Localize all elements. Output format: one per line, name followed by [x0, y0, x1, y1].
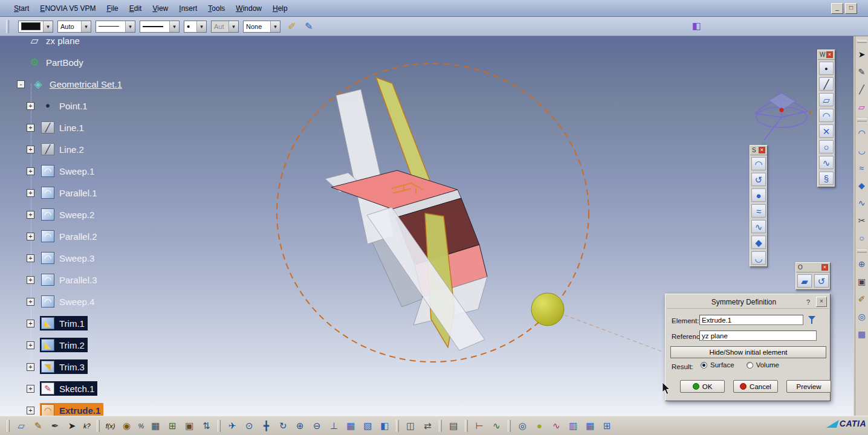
menu-item[interactable]: Insert	[173, 2, 202, 14]
sphere-preview-icon[interactable]: ●	[532, 419, 546, 433]
menu-item[interactable]: Tools	[202, 2, 230, 14]
preview-button[interactable]: Preview	[786, 380, 831, 393]
design-table-icon[interactable]: ▦	[148, 419, 163, 433]
offset-surface-icon[interactable]: ≈	[751, 204, 766, 218]
chevron-down-icon[interactable]: ▾	[228, 21, 238, 32]
element-field-icon[interactable]	[806, 314, 817, 325]
paint-properties-icon[interactable]: ✐	[285, 19, 299, 34]
measure-ratio-icon[interactable]: %	[137, 419, 146, 433]
tree-expander[interactable]: +	[27, 233, 34, 240]
fill-surface-icon[interactable]: ◆	[856, 179, 868, 192]
swap-visible-space-icon[interactable]: ⇄	[420, 419, 435, 433]
restore-button[interactable]: □	[845, 3, 857, 14]
tree-expander[interactable]: +	[27, 146, 34, 153]
tree-item[interactable]: + ◣ Trim.2	[11, 334, 162, 356]
3d-compass[interactable]: x y z	[747, 87, 815, 152]
work-grid-icon[interactable]: ▦	[856, 328, 868, 340]
tree-item[interactable]: ⚙ PartBody	[11, 51, 162, 73]
tree-expander[interactable]: +	[27, 407, 34, 414]
tree-item[interactable]: + ◥ Trim.3	[11, 356, 162, 378]
hide-show-initial-element-button[interactable]: Hide/Show initial element	[670, 346, 826, 358]
swap-orientation-icon[interactable]: ↺	[814, 274, 829, 288]
tree-item[interactable]: + ◠ Sweep.1	[11, 160, 162, 182]
graphic-color-combo[interactable]: ▾	[18, 21, 53, 33]
tree-expander[interactable]: +	[27, 341, 34, 349]
loft-surface-icon[interactable]: ◡	[856, 144, 868, 156]
quick-view-icon[interactable]: ▦	[343, 419, 358, 433]
isometric-view-icon[interactable]: ▧	[360, 419, 375, 433]
tree-expander[interactable]: +	[27, 189, 34, 197]
menu-item[interactable]: Edit	[124, 2, 147, 14]
radio-icon[interactable]	[701, 362, 707, 369]
revolve-surface-icon[interactable]: ↺	[751, 173, 766, 186]
chevron-down-icon[interactable]: ▾	[81, 21, 91, 32]
zoom-in-icon[interactable]: ⊕	[293, 419, 307, 433]
join-tool-icon[interactable]: ⊕	[856, 258, 868, 270]
fit-all-in-icon[interactable]: ⊙	[242, 419, 256, 433]
menu-item[interactable]: File	[101, 2, 123, 14]
close-icon[interactable]: ×	[826, 51, 833, 58]
knowledge-fx-icon[interactable]: f(x)	[104, 419, 117, 433]
close-icon[interactable]: ×	[821, 264, 828, 271]
tree-item[interactable]: + ◠ Extrude.1	[11, 399, 162, 416]
dialog-help-button[interactable]: ?	[804, 298, 812, 306]
chevron-down-icon[interactable]: ▾	[43, 21, 53, 32]
minimize-button[interactable]: _	[831, 3, 843, 14]
tree-expander[interactable]: +	[27, 363, 34, 371]
tree-expander[interactable]: +	[27, 167, 34, 175]
grid-c-icon[interactable]: ⊞	[600, 419, 614, 433]
rotate-icon[interactable]: ↻	[276, 419, 290, 433]
fly-mode-icon[interactable]: ✈	[225, 419, 239, 433]
sphere-surface-icon[interactable]: ●	[751, 188, 766, 202]
tree-item[interactable]: + ◣ Trim.1	[11, 312, 162, 334]
ok-button[interactable]: OK	[680, 380, 725, 393]
chevron-down-icon[interactable]: ▾	[270, 21, 280, 32]
tree-item[interactable]: + • Point.1	[11, 95, 162, 117]
tree-item[interactable]: + ◠ Parallel.2	[11, 225, 162, 247]
pan-icon[interactable]: ╋	[259, 419, 273, 433]
visualization-mode-icon[interactable]: ◧	[689, 19, 704, 33]
line-weight-combo[interactable]: Auto ▾	[57, 21, 91, 33]
tree-item[interactable]: + ◠ Sweep.3	[11, 247, 162, 269]
split-window-icon[interactable]: ◫	[403, 419, 418, 433]
shading-mode-icon[interactable]: ◧	[377, 419, 392, 433]
line-tool-icon[interactable]: ╱	[856, 83, 868, 95]
pen-tool-icon[interactable]: ✒	[48, 419, 62, 433]
sketch-tool-icon[interactable]: ✐	[856, 293, 868, 305]
copy-format-icon[interactable]: ✎	[302, 19, 316, 34]
tree-item[interactable]: + ✎ Sketch.1	[11, 378, 162, 399]
grid-a-icon[interactable]: ▥	[566, 419, 580, 433]
tree-item[interactable]: + ◠ Sweep.4	[11, 291, 162, 312]
point-tool-icon[interactable]: •	[819, 62, 834, 75]
reference-input[interactable]	[699, 330, 817, 341]
pencil-icon[interactable]: ✎	[856, 66, 868, 78]
annotations-icon[interactable]: ◎	[515, 419, 530, 433]
tree-expander[interactable]: +	[27, 211, 34, 219]
chevron-down-icon[interactable]: ▾	[125, 21, 135, 32]
select-arrow-icon[interactable]: ➤	[65, 419, 79, 433]
menu-item[interactable]: Help	[267, 2, 293, 14]
layer-combo[interactable]: None ▾	[243, 21, 280, 33]
exchange-icon[interactable]: ⇅	[199, 419, 213, 433]
tree-item[interactable]: + ◠ Parallel.3	[11, 269, 162, 291]
offset-tool-icon[interactable]: ▰	[797, 274, 812, 288]
tree-item[interactable]: + ╱ Line.1	[11, 117, 162, 138]
dialog-close-button[interactable]: ×	[816, 297, 827, 307]
line-type-combo[interactable]: ▾	[140, 21, 180, 33]
point-style-combo[interactable]: • ▾	[184, 21, 207, 33]
analysis-curve-icon[interactable]: ∿	[489, 419, 504, 433]
fill-surface-icon[interactable]: ◆	[751, 236, 766, 249]
tree-expander[interactable]: +	[27, 254, 34, 262]
tree-expander[interactable]: +	[27, 298, 34, 306]
tree-expander[interactable]: +	[27, 124, 34, 132]
projection-tool-icon[interactable]: ◠	[819, 109, 834, 122]
chevron-down-icon[interactable]: ▾	[196, 21, 206, 32]
loft-surface-icon[interactable]: ◡	[751, 251, 766, 265]
result-radio-option[interactable]: Surface	[701, 361, 734, 369]
tree-expander[interactable]: +	[27, 276, 34, 284]
circle-tool-icon[interactable]: ○	[819, 140, 834, 153]
tree-item[interactable]: ▱ zx plane	[11, 36, 162, 51]
tree-item[interactable]: + ◠ Parallel.1	[11, 182, 162, 204]
zoom-out-icon[interactable]: ⊖	[309, 419, 324, 433]
extrude-surface-icon[interactable]: ◠	[856, 127, 868, 139]
